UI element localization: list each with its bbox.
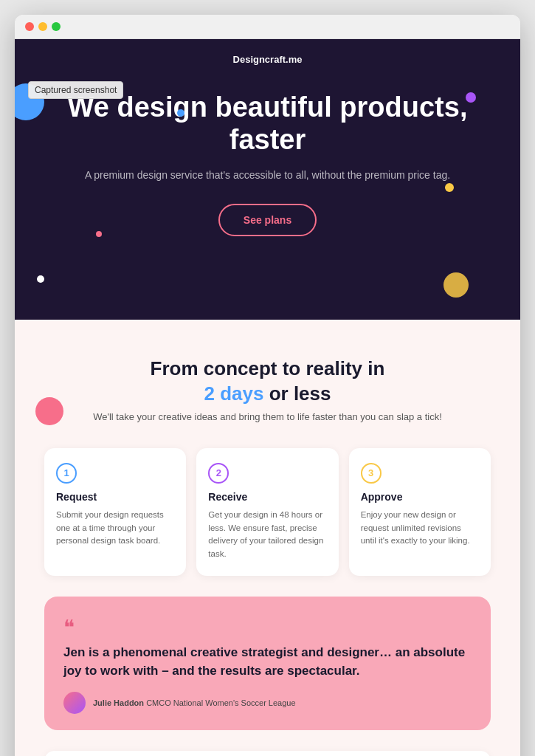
- heading-line1: From concept to reality in: [151, 357, 385, 379]
- heading-highlight: 2 days: [204, 382, 263, 405]
- card-title-3: Approve: [361, 491, 479, 503]
- browser-bar: [15, 15, 520, 39]
- deco-dot-pink: [96, 231, 102, 237]
- deco-dot-gold: [443, 272, 469, 298]
- nav-brand: Designcraft.me: [44, 54, 491, 65]
- card-receive: 2 Receive Get your design in 48 hours or…: [196, 448, 338, 576]
- testimonial-author: Julie Haddon CMCO National Women's Socce…: [63, 692, 472, 714]
- minimize-dot[interactable]: [38, 22, 47, 31]
- card-num-2: 2: [208, 463, 326, 484]
- deco-dot-yellow: [445, 183, 454, 192]
- step-number-3: 3: [361, 463, 382, 484]
- card-request: 1 Request Submit your design requests on…: [44, 448, 186, 576]
- browser-window: Captured screenshot Designcraft.me We de…: [15, 15, 520, 756]
- deco-dot-purple: [466, 92, 476, 103]
- card-desc-2: Get your design in 48 hours or less. We …: [208, 509, 326, 561]
- screenshot-label: Captured screenshot: [28, 81, 123, 99]
- pink-deco-circle: [35, 397, 63, 425]
- author-name: Julie Haddon: [93, 698, 144, 707]
- see-plans-button[interactable]: See plans: [218, 204, 317, 236]
- deco-dot-blue-small: [177, 109, 184, 117]
- card-title-2: Receive: [208, 491, 326, 503]
- partners-section: We've partnered with incredible brands D…: [44, 751, 491, 756]
- card-desc-3: Enjoy your new design or request unlimit…: [361, 509, 479, 548]
- step-number-1: 1: [56, 463, 77, 484]
- card-title-1: Request: [56, 491, 174, 503]
- heading-line2: or less: [269, 382, 331, 405]
- close-dot[interactable]: [25, 22, 34, 31]
- page-wrapper: Captured screenshot Designcraft.me We de…: [15, 39, 520, 756]
- cards-row: 1 Request Submit your design requests on…: [44, 448, 491, 576]
- author-info: Julie Haddon CMCO National Women's Socce…: [93, 698, 296, 707]
- quote-icon: ❝: [63, 617, 472, 638]
- card-desc-1: Submit your design requests one at a tim…: [56, 509, 174, 548]
- card-approve: 3 Approve Enjoy your new design or reque…: [349, 448, 491, 576]
- author-role: CMCO National Women's Soccer League: [146, 698, 295, 707]
- card-num-1: 1: [56, 463, 174, 484]
- content-subtitle: We'll take your creative ideas and bring…: [44, 410, 491, 425]
- testimonial-text: Jen is a phenomenal creative strategist …: [63, 644, 472, 680]
- testimonial-block: ❝ Jen is a phenomenal creative strategis…: [44, 597, 491, 730]
- card-num-3: 3: [361, 463, 479, 484]
- deco-dot-white: [37, 275, 44, 283]
- hero-subtitle: A premium design service that's accessib…: [44, 168, 491, 183]
- author-avatar: [63, 692, 86, 714]
- content-section: From concept to reality in 2 days or les…: [15, 320, 520, 756]
- step-number-2: 2: [208, 463, 229, 484]
- maximize-dot[interactable]: [52, 22, 61, 31]
- hero-headline: We design beautiful products, faster: [44, 92, 491, 156]
- content-heading: From concept to reality in 2 days or les…: [44, 357, 491, 407]
